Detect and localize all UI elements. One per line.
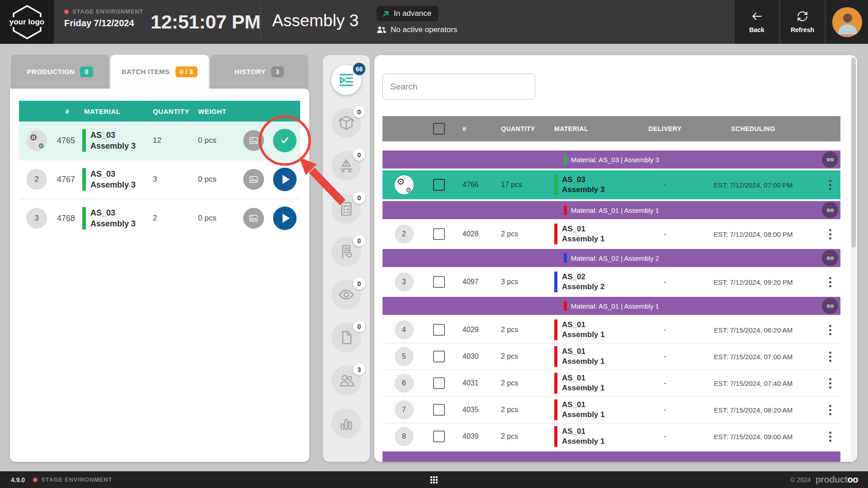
package-icon [338,114,355,131]
row-menu-button[interactable] [827,350,833,364]
play-icon [283,175,290,184]
material-name: Assembly 1 [562,436,605,446]
tab-badge: 3 [271,66,284,77]
schedule-row[interactable]: 5 4030 2 pcs AS_01 Assembly 1 [382,343,840,370]
environment-dot-icon [64,9,69,14]
tab[interactable]: BATCH ITEMS 0 / 3 [110,55,208,89]
order-number: 4035 [453,406,495,414]
rail-item[interactable]: 0 [331,280,361,310]
material-code: AS_02 [562,272,605,282]
rail-item[interactable]: 3 [331,366,361,395]
batch-quantity: 3 [149,175,194,184]
delivery-value: - [636,326,694,334]
link-group-button[interactable] [822,151,838,168]
group-label: Material: AS_02 | Assembly 2 [571,254,659,262]
search-input[interactable] [382,74,535,99]
tab[interactable]: HISTORY 3 [210,55,308,89]
scrollbar-thumb[interactable] [851,58,856,248]
row-checkbox[interactable] [433,404,445,416]
material-name: Assembly 1 [562,410,605,420]
row-checkbox[interactable] [433,431,445,442]
row-checkbox[interactable] [433,351,445,362]
select-all-checkbox[interactable] [433,123,445,135]
company-logo[interactable]: your logo [0,0,54,44]
row-menu-button[interactable] [827,178,833,192]
rail-item[interactable]: 0 [331,237,361,267]
batch-number: 4765 [54,136,80,145]
back-button[interactable]: Back [735,0,779,44]
current-date: Friday 7/12/2024 [64,18,143,28]
rail-badge: 0 [353,235,365,247]
row-menu-button[interactable] [827,376,833,390]
rail-item[interactable]: 0 [331,151,361,181]
schedule-rows: Material: AS_03 | Assembly 3 [382,141,840,462]
side-icon-rail: 66 0 [323,55,370,462]
group-color-bar [564,205,567,215]
row-checkbox[interactable] [433,179,445,191]
environment-label: STAGE ENVIRONMENT [72,8,143,15]
tab[interactable]: PRODUCTION 0 [11,55,109,89]
row-checkbox[interactable] [433,324,445,336]
schedule-row[interactable]: ⚙⚙ 4766 17 pcs AS_03 Assembly 3 [382,170,840,199]
row-index: 6 [402,379,406,387]
rail-item[interactable]: 0 [331,323,361,352]
material-name: Assembly 2 [562,282,605,292]
row-menu-button[interactable] [827,323,833,337]
start-button[interactable] [273,206,297,230]
tab-label: PRODUCTION [27,68,75,75]
rail-badge: 0 [353,106,365,118]
row-avatar: ⚙⚙ [395,175,414,194]
material-color-bar [554,272,557,292]
apps-grid-icon[interactable] [430,476,438,483]
batch-row: ⚙⚙ 4765 AS_03 Assembly 3 [19,122,300,160]
row-menu-button[interactable] [827,430,833,444]
rail-badge: 3 [353,363,365,375]
complete-button[interactable] [273,129,297,152]
material-code: AS_03 [90,169,136,179]
photos-button[interactable] [243,130,264,151]
photos-button[interactable] [243,208,264,229]
rail-item[interactable]: 66 [331,65,361,95]
schedule-row[interactable]: 2 4028 2 pcs AS_01 Assembly 1 [382,221,840,247]
col-delivery: DELIVERY [636,125,694,132]
link-group-button[interactable] [822,298,838,314]
row-menu-button[interactable] [827,403,833,417]
order-quantity: 2 pcs [495,326,541,334]
refresh-button[interactable]: Refresh [780,0,825,44]
schedule-row[interactable]: 3 4097 3 pcs AS_02 Assembly 2 [382,269,840,295]
photos-button[interactable] [243,169,264,190]
schedule-row[interactable]: 4 4029 2 pcs AS_01 Assembly 1 [382,317,840,343]
rail-item[interactable]: 0 [331,194,361,224]
material-code: AS_01 [562,427,605,436]
page-title: Assembly 3 [272,11,359,30]
row-checkbox[interactable] [433,228,445,240]
batch-number: 4767 [54,175,80,184]
link-icon [826,302,835,310]
material-code: AS_03 [90,207,136,218]
environment-block: STAGE ENVIRONMENT Friday 7/12/2024 [64,8,143,28]
row-menu-button[interactable] [827,275,833,289]
row-checkbox[interactable] [433,276,445,288]
row-checkbox[interactable] [433,377,445,389]
tab-label: HISTORY [234,68,265,75]
rail-item[interactable]: 0 [331,108,361,138]
material-group-row-partial [382,451,840,462]
schedule-row[interactable]: 8 4039 2 pcs AS_01 Assembly 1 [382,423,840,450]
link-group-button[interactable] [822,202,838,218]
scheduling-value: EST: 7/15/2024, 07:00 AM [694,353,812,361]
start-button[interactable] [273,168,297,191]
arrow-up-right-icon [382,10,390,18]
schedule-row[interactable]: 6 4031 2 pcs AS_01 Assembly 1 [382,370,840,396]
schedule-row[interactable]: 7 4035 2 pcs AS_01 Assembly 1 [382,396,840,423]
order-number: 4029 [453,326,495,334]
link-icon [826,206,835,215]
material-color-bar [82,168,86,191]
row-index: 3 [34,214,38,223]
rail-item[interactable] [331,408,361,438]
rail-badge: 0 [353,192,365,204]
row-menu-button[interactable] [827,227,833,241]
delivery-value: - [636,181,694,189]
user-avatar[interactable] [832,7,862,37]
order-number: 4766 [453,181,495,189]
link-group-button[interactable] [822,250,838,266]
